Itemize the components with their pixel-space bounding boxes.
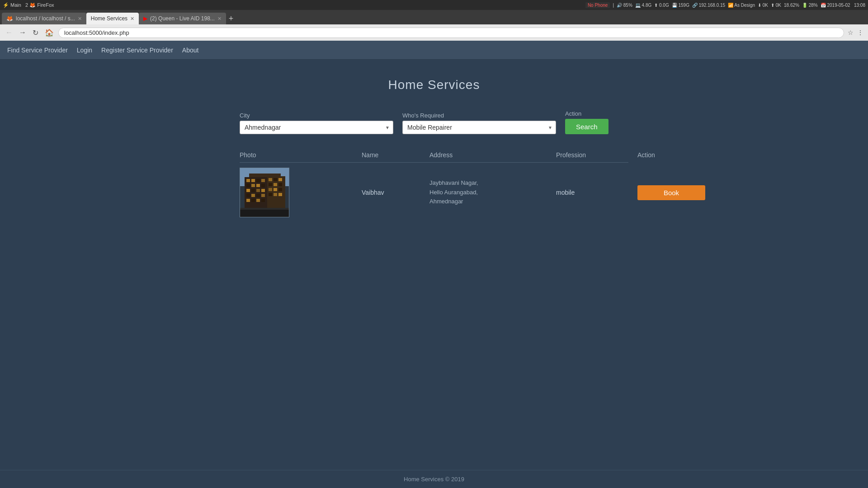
service-label: Who's Required: [402, 112, 556, 119]
address-line1: Jaybhavani Nagar,: [429, 179, 478, 186]
tab-close-icon[interactable]: ✕: [78, 16, 82, 22]
svg-rect-32: [274, 188, 277, 191]
upload-info: ⬆ 0.0G: [654, 3, 669, 8]
svg-rect-10: [256, 184, 260, 187]
svg-rect-35: [274, 193, 277, 196]
svg-rect-20: [246, 199, 250, 202]
svg-rect-31: [269, 188, 272, 191]
service-select[interactable]: Mobile Repairer Electrician Plumber Carp…: [402, 121, 556, 134]
disk-info: 💾 159G: [672, 3, 689, 8]
svg-rect-9: [251, 184, 255, 187]
tab-youtube-favicon: ▶: [143, 15, 147, 22]
table-header: Photo Name Address Profession Action: [240, 148, 628, 163]
nav-about[interactable]: About: [182, 42, 199, 58]
city-label: City: [240, 112, 393, 119]
svg-rect-36: [278, 193, 282, 196]
provider-profession: mobile: [556, 189, 637, 196]
memory-info: 💻 4.8G: [635, 3, 651, 8]
tab-home-services[interactable]: Home Services ✕: [86, 13, 139, 24]
main-content: Home Services City Ahmednagar Mumbai Pun…: [0, 60, 868, 472]
header-name: Name: [362, 151, 429, 159]
provider-photo: [240, 168, 289, 217]
ul-info: ⬆ 0K: [771, 3, 781, 8]
tab-label: localhost / localhost / s...: [16, 15, 75, 22]
app-navbar: Find Service Provider Login Register Ser…: [0, 41, 868, 60]
addressbar-actions: ☆ ⋮: [847, 28, 864, 37]
service-group: Who's Required Mobile Repairer Electrici…: [402, 112, 556, 134]
svg-rect-22: [256, 199, 260, 202]
reload-button[interactable]: ↻: [31, 28, 40, 38]
svg-rect-37: [240, 209, 289, 217]
provider-name: Vaibhav: [362, 189, 429, 196]
footer: Home Services © 2019: [0, 470, 868, 472]
header-photo: Photo: [240, 151, 362, 159]
titlebar-text: ⚡ Main 2 🦊 FireFox: [3, 2, 54, 8]
separator-icon: |: [613, 3, 614, 8]
svg-rect-27: [278, 178, 282, 181]
tab-favicon: 🦊: [6, 15, 13, 22]
svg-rect-11: [261, 184, 265, 187]
battery-info: 🔋 28%: [802, 3, 818, 8]
svg-rect-17: [251, 194, 255, 197]
svg-rect-5: [251, 179, 255, 182]
cpu-info: 18.62%: [784, 3, 799, 8]
svg-rect-6: [256, 179, 260, 182]
datetime-info: 📅 2019-05-02 13:08: [821, 3, 865, 8]
tab-localhost[interactable]: 🦊 localhost / localhost / s... ✕: [2, 13, 86, 24]
header-address: Address: [429, 151, 556, 159]
svg-rect-13: [251, 189, 255, 192]
city-select-wrapper: Ahmednagar Mumbai Pune Nashik: [240, 121, 393, 134]
back-button[interactable]: ←: [4, 28, 14, 38]
svg-rect-38: [240, 208, 289, 210]
svg-rect-23: [261, 199, 265, 202]
nav-find-service[interactable]: Find Service Provider: [7, 42, 68, 58]
svg-rect-7: [261, 179, 265, 182]
new-tab-button[interactable]: +: [226, 13, 236, 24]
bookmark-icon[interactable]: ☆: [847, 28, 854, 37]
search-section: City Ahmednagar Mumbai Pune Nashik Who's…: [240, 110, 628, 220]
address-line2: Hello Aurangabad,: [429, 189, 478, 196]
svg-rect-21: [251, 199, 255, 202]
tab-close-icon[interactable]: ✕: [130, 16, 134, 22]
volume-icon: 🔊 85%: [617, 3, 632, 8]
search-form: City Ahmednagar Mumbai Pune Nashik Who's…: [240, 110, 628, 134]
action-group: Action Search: [565, 110, 609, 134]
svg-rect-25: [269, 178, 272, 181]
svg-rect-29: [274, 183, 277, 186]
network-info: 🔗 192.168.0.15: [692, 3, 725, 8]
city-select[interactable]: Ahmednagar Mumbai Pune Nashik: [240, 121, 393, 134]
tab-close-icon[interactable]: ✕: [217, 16, 222, 22]
titlebar-right: No Phone | 🔊 85% 💻 4.8G ⬆ 0.0G 💾 159G 🔗 …: [585, 2, 865, 8]
svg-rect-34: [269, 193, 272, 196]
svg-rect-28: [269, 183, 272, 186]
home-button[interactable]: 🏠: [43, 28, 56, 38]
dl-info: ⬇ 0K: [758, 3, 768, 8]
svg-rect-14: [256, 189, 260, 192]
svg-rect-33: [278, 188, 282, 191]
forward-button[interactable]: →: [17, 28, 28, 38]
address-input[interactable]: [58, 28, 844, 38]
svg-rect-4: [246, 179, 250, 182]
svg-rect-19: [261, 194, 265, 197]
nav-login[interactable]: Login: [77, 42, 92, 58]
titlebar-left: ⚡ Main 2 🦊 FireFox: [3, 2, 54, 8]
building-image: [240, 168, 289, 217]
search-button[interactable]: Search: [565, 119, 609, 134]
provider-address: Jaybhavani Nagar, Hello Aurangabad, Ahme…: [429, 178, 556, 206]
menu-icon[interactable]: ⋮: [856, 28, 864, 37]
svg-rect-16: [246, 194, 250, 197]
table-row: Vaibhav Jaybhavani Nagar, Hello Aurangab…: [240, 165, 628, 220]
svg-rect-30: [278, 183, 282, 186]
header-action: Action: [637, 151, 705, 159]
wifi-icon: 📶 As Design: [728, 3, 755, 8]
tab-label: Home Services: [91, 15, 127, 22]
svg-rect-8: [246, 184, 250, 187]
nav-register[interactable]: Register Service Provider: [101, 42, 173, 58]
tab-youtube[interactable]: ▶ (2) Queen - Live AID 198... ✕: [139, 13, 226, 24]
results-table: Photo Name Address Profession Action: [240, 148, 628, 220]
service-select-wrapper: Mobile Repairer Electrician Plumber Carp…: [402, 121, 556, 134]
browser-titlebar: ⚡ Main 2 🦊 FireFox No Phone | 🔊 85% 💻 4.…: [0, 0, 868, 10]
book-button[interactable]: Book: [637, 185, 705, 200]
browser-tabs: 🦊 localhost / localhost / s... ✕ Home Se…: [0, 10, 868, 24]
svg-rect-12: [246, 189, 250, 192]
